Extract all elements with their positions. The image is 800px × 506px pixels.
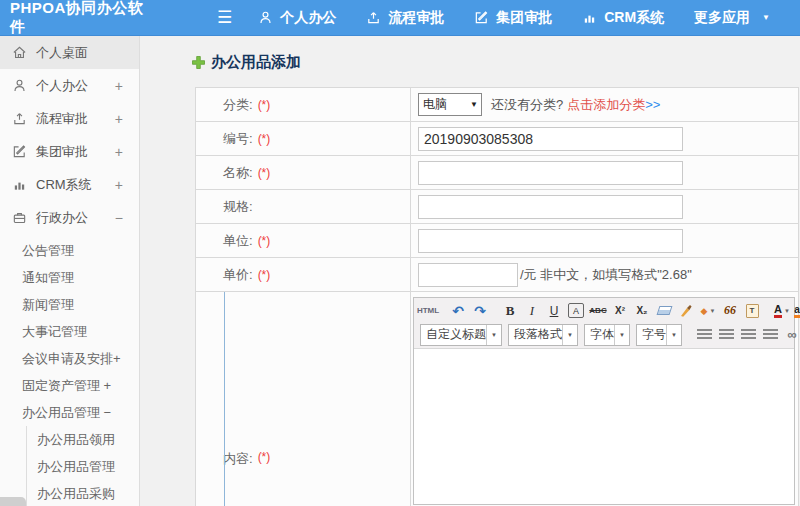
paste-as-text-button[interactable]: T [742,300,762,321]
bold-button[interactable]: B [500,300,520,321]
sidebar-subitem-announcement[interactable]: 公告管理 [0,237,139,264]
sidebar-item-personal-desktop[interactable]: 个人桌面 [0,36,139,69]
undo-button[interactable]: ↶ [448,300,468,321]
form-row-content: 内容: (*) HTML ↶ ↷ B [196,292,798,506]
expand-toggle[interactable]: + [115,144,123,160]
topbar-nav-workflow-approval[interactable]: 流程审批 [366,9,444,27]
unit-input[interactable] [418,229,683,253]
font-family-select[interactable]: 字体 ▼ [584,324,630,346]
hamburger-menu-icon[interactable]: ☰ [217,9,232,26]
sidebar-subitem-events[interactable]: 大事记管理 [0,318,139,345]
sidebar-item-group-approval[interactable]: 集团审批 + [0,135,139,168]
sidebar-item-label: 流程审批 [36,110,88,128]
highlight-color-button[interactable]: ab ▼ [794,300,800,321]
edit-icon [12,144,27,159]
remove-format-button[interactable] [654,300,674,321]
form-row-price: 单价: (*) /元 非中文，如填写格式"2.68" [196,258,798,292]
sidebar-item-workflow-approval[interactable]: 流程审批 + [0,102,139,135]
blockquote-button[interactable]: 66 [720,300,740,321]
sidebar-subitem-fixed-assets[interactable]: 固定资产管理 + [0,372,139,399]
category-select[interactable]: 电脑 ▼ [418,93,482,116]
office-supply-add-form: 分类: (*) 电脑 ▼ 还没有分类? 点击添加分类 >> 编号: (* [195,87,799,506]
edit-icon [474,10,489,25]
topbar-nav-crm[interactable]: CRM系统 [582,9,664,27]
caret-down-icon: ▼ [762,13,770,22]
strikethrough-button[interactable]: ABC [588,300,608,321]
nav-label: 集团审批 [496,9,552,27]
sidebar-nested-supply-purchase[interactable]: 办公用品采购 [27,480,139,506]
justify-icon [763,329,778,340]
category-select-value: 电脑 [423,96,447,113]
topbar-nav-personal-office[interactable]: 个人办公 [258,9,336,27]
format-painter-button[interactable]: ◆ ▼ [698,300,718,321]
chart-icon [582,10,597,25]
paragraph-format-select[interactable]: 段落格式 ▼ [508,324,578,346]
sidebar-item-admin-office[interactable]: 行政办公 − [0,201,139,234]
page-title-text: 办公用品添加 [211,53,301,72]
source-code-button[interactable]: HTML [418,300,438,321]
add-category-link-arrows[interactable]: >> [645,97,660,112]
sidebar-subitem-news[interactable]: 新闻管理 [0,291,139,318]
justify-button[interactable] [760,324,780,345]
subscript-button[interactable]: X₂ [632,300,652,321]
sidebar-subitem-notice[interactable]: 通知管理 [0,264,139,291]
topbar-nav-more-apps[interactable]: 更多应用 ▼ [694,9,770,27]
expand-toggle[interactable]: − [115,210,123,226]
superscript-button[interactable]: X² [610,300,630,321]
unit-label: 单位: (*) [196,224,411,257]
nav-label: 更多应用 [694,9,750,27]
add-category-link[interactable]: 点击添加分类 [567,96,645,114]
topbar: PHPOA协同办公软件 ☰ 个人办公 流程审批 集团审批 [0,0,800,36]
add-plus-icon [192,56,205,69]
font-color-button[interactable]: A ▼ [772,300,792,321]
main-content: 办公用品添加 分类: (*) 电脑 ▼ 还没有分类? 点击添加分类 >> [140,36,800,506]
underline-button[interactable]: U [544,300,564,321]
price-label: 单价: (*) [196,258,411,291]
nav-label: CRM系统 [604,9,664,27]
required-mark: (*) [258,450,271,464]
editor-toolbar-row2: 自定义标题 ▼ 段落格式 ▼ 字体 ▼ [417,322,791,347]
flow-icon [12,111,27,126]
font-size-select[interactable]: 字号 ▼ [636,324,682,346]
price-input[interactable] [418,263,518,287]
page-title: 办公用品添加 [192,51,800,73]
name-label: 名称: (*) [196,156,411,189]
sidebar-item-label: CRM系统 [36,176,92,194]
sidebar-nested-supply-manage[interactable]: 办公用品管理 [27,453,139,480]
form-row-code: 编号: (*) [196,122,798,156]
chart-icon [12,177,27,192]
link-button[interactable]: ∞ [782,324,800,345]
expand-toggle[interactable]: + [115,177,123,193]
expand-toggle[interactable]: + [115,78,123,94]
code-input[interactable] [418,127,683,151]
align-right-button[interactable] [738,324,758,345]
content-label: 内容: (*) [196,292,411,506]
expand-toggle[interactable]: + [115,111,123,127]
topbar-nav-group-approval[interactable]: 集团审批 [474,9,552,27]
spec-input[interactable] [418,195,683,219]
form-row-name: 名称: (*) [196,156,798,190]
clean-html-button[interactable] [676,300,696,321]
align-left-button[interactable] [694,324,714,345]
clipboard-icon: T [746,304,759,318]
italic-button[interactable]: I [522,300,542,321]
align-center-button[interactable] [716,324,736,345]
select-caret-icon: ▼ [470,100,478,109]
font-box-icon[interactable]: A [568,303,584,318]
sidebar-item-crm[interactable]: CRM系统 + [0,168,139,201]
name-input[interactable] [418,161,683,185]
editor-toolbar-row1: HTML ↶ ↷ B I U A ABC X² [417,299,791,322]
select-caret-icon: ▼ [562,325,577,345]
nav-label: 个人办公 [280,9,336,27]
sidebar-subitem-office-supplies[interactable]: 办公用品管理 − [0,399,139,426]
app-logo[interactable]: PHPOA协同办公软件 [10,0,155,37]
sidebar-item-personal-office[interactable]: 个人办公 + [0,69,139,102]
sidebar-subitem-meeting[interactable]: 会议申请及安排+ [0,345,139,372]
custom-title-select[interactable]: 自定义标题 ▼ [420,324,502,346]
form-row-category: 分类: (*) 电脑 ▼ 还没有分类? 点击添加分类 >> [196,88,798,122]
status-bubble [0,497,26,506]
sidebar-nested-supply-use[interactable]: 办公用品领用 [27,426,139,453]
brush-icon [679,304,693,318]
editor-content-area[interactable] [414,349,794,504]
redo-button[interactable]: ↷ [470,300,490,321]
